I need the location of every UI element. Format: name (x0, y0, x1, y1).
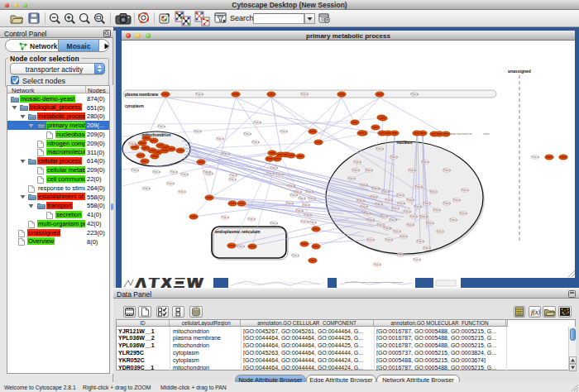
svg-text:Yxx-x: Yxx-x (280, 130, 288, 133)
svg-text:Yxx-x: Yxx-x (462, 189, 469, 192)
svg-text:unassigned: unassigned (508, 69, 531, 74)
svg-text:Yxx-x: Yxx-x (407, 223, 414, 227)
svg-text:Yxx-x: Yxx-x (230, 174, 237, 177)
svg-text:Yxx-x: Yxx-x (158, 125, 165, 128)
svg-text:Yxx-x: Yxx-x (252, 141, 260, 144)
svg-text:Yxx-x: Yxx-x (382, 190, 390, 194)
svg-text:Yxx-x: Yxx-x (354, 160, 361, 164)
svg-text:Yxx-x: Yxx-x (380, 215, 388, 218)
svg-text:Yxx-x: Yxx-x (532, 155, 539, 159)
svg-text:Yxx-x: Yxx-x (443, 202, 451, 205)
svg-text:Yxx-x: Yxx-x (229, 178, 237, 181)
svg-text:Yxx-x: Yxx-x (460, 212, 467, 215)
svg-text:Yxx-x: Yxx-x (376, 203, 383, 206)
svg-text:plasma membrane: plasma membrane (125, 93, 159, 97)
svg-text:Yxx-x: Yxx-x (143, 187, 151, 190)
svg-text:Yxx-x: Yxx-x (248, 218, 256, 221)
svg-text:endoplasmic reticulum: endoplasmic reticulum (215, 229, 261, 234)
svg-text:Yxx-x: Yxx-x (286, 202, 294, 205)
svg-text:Yxx-x: Yxx-x (364, 212, 371, 215)
svg-text:Yxx-x: Yxx-x (194, 130, 202, 133)
svg-text:Yxx-x: Yxx-x (427, 222, 434, 225)
svg-text:Yxx-x: Yxx-x (292, 254, 299, 257)
svg-text:Yxx-x: Yxx-x (392, 207, 400, 210)
svg-text:Yxx-x: Yxx-x (309, 221, 317, 224)
svg-text:xxx xxxxx xxx xxxx xx: xxx xxxxx xxx xxxx xx (443, 132, 472, 136)
svg-text:Yxx-x: Yxx-x (203, 170, 211, 174)
svg-text:Yxx-x: Yxx-x (414, 205, 422, 208)
svg-text:Yxx-x: Yxx-x (376, 147, 384, 151)
svg-text:Yxx-x: Yxx-x (390, 218, 397, 222)
svg-text:Yxx-x: Yxx-x (411, 93, 419, 96)
svg-text:Yxx-x: Yxx-x (422, 160, 429, 164)
svg-text:Yxx-x: Yxx-x (196, 93, 203, 96)
svg-text:Yxx-x: Yxx-x (397, 253, 404, 256)
svg-text:Yxx-x: Yxx-x (361, 184, 368, 187)
svg-text:Yxx-x: Yxx-x (437, 230, 444, 233)
svg-text:Yxx-x: Yxx-x (348, 177, 356, 180)
svg-text:Yxx-x: Yxx-x (270, 166, 278, 170)
svg-text:Yxx-x: Yxx-x (303, 203, 310, 207)
svg-text:Yxx-x: Yxx-x (267, 172, 275, 175)
svg-text:Yxx-x: Yxx-x (372, 187, 380, 190)
svg-text:Yxx-x: Yxx-x (374, 263, 381, 266)
svg-text:Yxx-x: Yxx-x (407, 198, 414, 202)
svg-text:Yxx-x: Yxx-x (385, 238, 393, 241)
svg-text:Yxx-x: Yxx-x (276, 173, 284, 176)
svg-text:Yxx-x: Yxx-x (450, 218, 457, 222)
svg-text:cytoplasm: cytoplasm (125, 104, 144, 108)
svg-text:Yxx-x: Yxx-x (181, 173, 189, 176)
svg-text:Yxx-x: Yxx-x (430, 190, 438, 194)
svg-text:Yxx-x: Yxx-x (404, 210, 411, 213)
svg-text:Yxx-x: Yxx-x (309, 197, 316, 200)
svg-text:Yxx-x: Yxx-x (384, 227, 391, 230)
svg-text:Yxx-x: Yxx-x (420, 215, 428, 218)
svg-text:Yxx-x: Yxx-x (179, 190, 186, 194)
svg-text:Yxx-x: Yxx-x (390, 155, 398, 159)
svg-text:Yxx-x: Yxx-x (288, 184, 295, 188)
svg-text:Yxx-x: Yxx-x (244, 132, 251, 136)
svg-text:Yxx-x: Yxx-x (409, 169, 416, 172)
svg-text:nucleus: nucleus (397, 140, 413, 145)
svg-text:Yxx-x: Yxx-x (367, 218, 375, 222)
svg-text:ΛTXΞW: ΛTXΞW (134, 278, 206, 288)
svg-text:Yxx-x: Yxx-x (299, 197, 306, 200)
svg-text:Yxx-x: Yxx-x (170, 170, 178, 174)
svg-text:Yxx-x: Yxx-x (222, 216, 229, 219)
svg-text:Yxx-x: Yxx-x (304, 213, 312, 217)
svg-text:Yxx-x: Yxx-x (410, 215, 418, 218)
svg-text:Yxx-x: Yxx-x (433, 208, 441, 212)
svg-text:f(x): f(x) (531, 308, 540, 316)
svg-text:Yxx-x: Yxx-x (357, 199, 365, 203)
svg-text:Yxx-x: Yxx-x (443, 169, 451, 172)
svg-text:Yxx-x: Yxx-x (237, 245, 245, 248)
svg-text:Yxx-x: Yxx-x (367, 238, 375, 241)
svg-text:xxxx: xxxx (483, 132, 489, 136)
svg-text:Yxx-x: Yxx-x (153, 170, 160, 174)
svg-text:Yxx-x: Yxx-x (132, 169, 139, 172)
svg-text:Yxx-x: Yxx-x (301, 220, 309, 223)
svg-text:Yxx-x: Yxx-x (371, 195, 378, 198)
svg-text:Yxx-x: Yxx-x (296, 209, 304, 213)
svg-text:Yxx-x: Yxx-x (306, 190, 313, 194)
svg-text:Yxx-x: Yxx-x (301, 93, 309, 96)
svg-text:Yxx-x: Yxx-x (385, 198, 393, 202)
svg-text:Yxx-x: Yxx-x (254, 121, 261, 124)
svg-text:Yxx-x: Yxx-x (352, 169, 360, 172)
svg-text:Yxx-x: Yxx-x (290, 194, 298, 197)
svg-text:Yxx-x: Yxx-x (270, 222, 278, 225)
svg-text:Yxx-x: Yxx-x (397, 194, 404, 197)
svg-text:Yxx-x: Yxx-x (417, 240, 424, 243)
svg-text:Yxx-x: Yxx-x (415, 185, 423, 189)
svg-text:Yxx-x: Yxx-x (414, 258, 421, 261)
svg-text:Yxx-x: Yxx-x (129, 142, 136, 146)
svg-text:Yxx-x: Yxx-x (398, 202, 405, 205)
svg-text:Yxx-x: Yxx-x (217, 137, 224, 141)
svg-text:Yxx-x: Yxx-x (223, 152, 230, 155)
svg-text:Yxx-x: Yxx-x (400, 235, 408, 238)
svg-text:Yxx-x: Yxx-x (167, 182, 175, 185)
svg-text:Yxx-x: Yxx-x (394, 230, 401, 233)
svg-text:Yxx-x: Yxx-x (361, 205, 368, 208)
svg-text:Yxx-x: Yxx-x (423, 202, 431, 205)
svg-text:Yxx-x: Yxx-x (423, 246, 431, 250)
